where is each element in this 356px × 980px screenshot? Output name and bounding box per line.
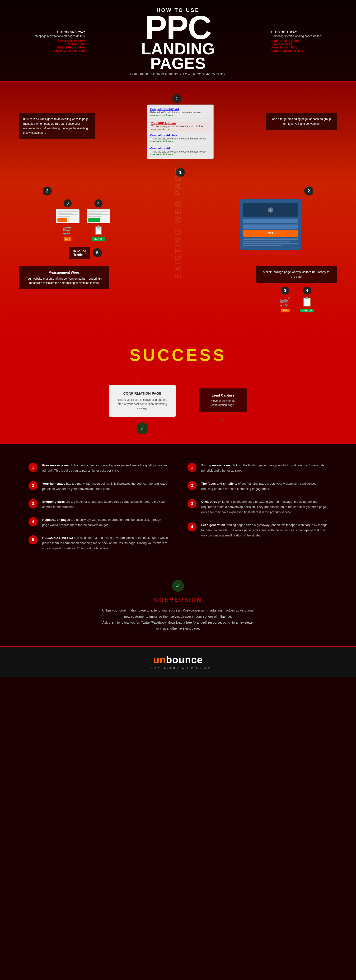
right-item1: Higher Quality Score	[271, 39, 337, 43]
lead-capture-box: Lead Capture Move directly to the confir…	[199, 388, 247, 412]
comp-left-item-1: 1 Poor message match from unfocused or c…	[28, 463, 169, 473]
wrong-way-panel: THE WRONG WAY Homepage/registration/cart…	[19, 31, 85, 52]
footer-tagline: THE DIY LANDING PAGE PLATFORM	[7, 667, 349, 670]
comp-left-badge-1: 1	[28, 463, 38, 472]
lead-capture-title: Lead Capture	[205, 393, 241, 397]
right-item2: Higher Ad Rank	[271, 43, 337, 46]
confirmation-box: CONFIRMATION PAGE This is your point of …	[109, 385, 176, 417]
comp-left-item-3: 3 Shopping carts are too much of a hard …	[28, 499, 169, 510]
badge-5: 5	[93, 248, 102, 257]
comp-ad1-title: Competitor's PPC Ad	[150, 108, 210, 111]
rebound-box: ReboundTraffic :(	[69, 247, 90, 259]
comp-right-badge-4: 4	[187, 522, 196, 531]
landing-page-mockup: ▶ CTA	[240, 199, 301, 250]
left-info-text: 80% of PPC traffic goes to an existing w…	[23, 117, 89, 134]
right-item3: Lower Bounce Rate	[271, 46, 337, 49]
measurement-title: Measurement Woes	[24, 270, 104, 275]
comp-left-text-5: REBOUND TRAFFIC: The result of 2, 3 and …	[42, 535, 169, 551]
wrong-item1: Lower Quality Score	[19, 39, 85, 43]
cart-icon-1: 🛒	[62, 225, 73, 235]
right-way-label: THE RIGHT WAY	[271, 31, 337, 33]
comp-left-badge-3: 3	[28, 499, 38, 508]
lead-capture-text: Move directly to the confirmation page.	[205, 399, 241, 407]
comp-ad2-title: Competitor Ad Here	[150, 134, 210, 137]
right-badge-4: 4	[303, 286, 311, 294]
main-title: HOW TO USE PPC LANDING PAGES FOR HIGHER …	[130, 7, 226, 76]
comp-ad3-link: www.websitelink.com	[150, 153, 210, 156]
comp-ad2-link: www.websitelink.com	[150, 140, 210, 143]
comp-left-text-4: Registration pages are usually dry with …	[42, 517, 169, 528]
conv-checkmark-icon: ✓	[172, 580, 184, 592]
conversion-text1: Utilize your confirmation page to extend…	[28, 608, 328, 613]
competitor-ad-1: Competitor's PPC Ad Rebound traffic will…	[150, 108, 210, 119]
right-item4: Higher Conversion Rate	[271, 49, 337, 52]
unbounce-logo: unbounce	[7, 654, 349, 666]
comp-right-item-4: 4 Lead generation landing pages swap a g…	[187, 522, 328, 538]
conversion-text2: new customer to immerse themselves deepe…	[28, 614, 328, 620]
comp-right-text-3: Click-through landing pages are used to …	[201, 499, 328, 515]
comp-right-text-2: The focus and simplicity of your landing…	[201, 481, 328, 492]
conf-title: CONFIRMATION PAGE	[115, 391, 170, 395]
ad-box: Competitor's PPC Ad Rebound traffic will…	[147, 105, 214, 159]
success-title: SUCCESS	[19, 346, 337, 365]
comp-left-text-2: Your homepage has too many interaction p…	[42, 481, 169, 492]
comp-left-badge-2: 2	[28, 481, 38, 490]
comp-ad2-desc: This is the paid ad content to seduce th…	[150, 137, 210, 140]
comparison-left-col: 1 Poor message match from unfocused or c…	[28, 463, 169, 558]
left-badge-1: 1	[172, 94, 181, 103]
footer-section: unbounce THE DIY LANDING PAGE PLATFORM	[0, 647, 356, 677]
right-info-text: Use a targeted landing page for each ad …	[272, 117, 331, 125]
click-through-box: A click-through page warms visitors up -…	[256, 266, 337, 283]
comp-left-badge-5: 5	[28, 535, 38, 544]
cta-button-mockup: CTA	[243, 230, 298, 237]
conversion-title: CONVERSION	[28, 597, 328, 603]
comp-left-badge-4: 4	[28, 517, 38, 526]
wrong-way-label: THE WRONG WAY	[19, 31, 85, 33]
comp-ad3-desc: This is the paid ad content to seduce th…	[150, 150, 210, 153]
success-section: SUCCESS ↓ ↓ CONFIRMATION PAGE This is yo…	[0, 334, 356, 444]
right-badge-3: 3	[281, 286, 289, 294]
your-ad-title: Your PPC Ad Here	[151, 122, 210, 125]
comp-left-text-3: Shopping carts are too much of a hard se…	[42, 499, 169, 510]
your-ad-link: www.yoursite.com	[151, 128, 210, 130]
existing-page-label: EXISTING WEB PAGE	[173, 167, 183, 279]
wrong-item2: Lower Ad Rank	[19, 43, 85, 46]
signup-icon-right: 📋	[301, 296, 313, 307]
left-badge-4: 4	[95, 199, 103, 207]
right-info-box: Use a targeted landing page for each ad …	[266, 113, 337, 130]
left-badge-2: 2	[43, 186, 52, 196]
comparison-section: 1 Poor message match from unfocused or c…	[0, 446, 356, 575]
measurement-woes-box: Measurement Woes Your website presents i…	[19, 266, 109, 290]
web-mockup-2	[87, 209, 110, 223]
left-info-box: 80% of PPC traffic goes to an existing w…	[19, 113, 95, 139]
subtitle-text: FOR HIGHER CONVERSIONS & LOWER COST-PER-…	[130, 72, 226, 76]
checkmark-icon: ✓	[136, 422, 148, 434]
ppc-text: PPC	[130, 13, 226, 41]
landing-text: LANDING	[130, 41, 226, 56]
click-through-text: A click-through page warms visitors up -…	[263, 270, 331, 278]
comp-right-badge-1: 1	[187, 463, 196, 472]
comp-right-badge-2: 2	[187, 481, 196, 490]
header-section: THE WRONG WAY Homepage/registration/cart…	[0, 0, 356, 81]
conversion-section: ✓ CONVERSION Utilize your confirmation p…	[0, 575, 356, 646]
pages-text: PAGES	[130, 56, 226, 70]
conversion-text3: Ask them to follow you on Twitter/Facebo…	[28, 620, 328, 625]
competitor-ad-3: Competitor Ad This is the paid ad conten…	[150, 147, 210, 156]
comp-left-item-4: 4 Registration pages are usually dry wit…	[28, 517, 169, 528]
diagram-section: 80% of PPC traffic goes to an existing w…	[0, 82, 356, 334]
cart-icon-right: 🛒	[280, 296, 291, 307]
comp-ad1-desc: Rebound traffic will visit your competit…	[150, 111, 210, 114]
wrong-item3: Higher Bounce Rate	[19, 46, 85, 49]
comp-right-text-4: Lead generation landing pages swap a giv…	[201, 522, 328, 538]
comp-right-item-1: 1 Strong message match from the landing …	[187, 463, 328, 473]
conf-text: This is your point of conversion and the…	[115, 398, 170, 410]
left-badge-3: 3	[63, 199, 72, 207]
comp-left-text-1: Poor message match from unfocused or con…	[42, 463, 169, 473]
your-ad-desc: You are paying for this ad make the most…	[151, 125, 210, 128]
comp-right-item-3: 3 Click-through landing pages are used t…	[187, 499, 328, 515]
your-ad: Your PPC Ad Here You are paying for this…	[150, 121, 210, 132]
competitor-ad-2: Competitor Ad Here This is the paid ad c…	[150, 134, 210, 145]
web-mockup-1	[56, 209, 79, 223]
comp-right-badge-3: 3	[187, 499, 196, 508]
comp-right-text-1: Strong message match from the landing pa…	[201, 463, 328, 473]
